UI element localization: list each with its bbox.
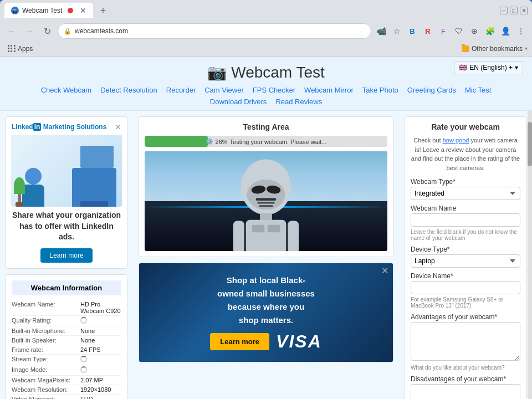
plant-leaves [14,177,25,194]
imagemode-spinner [80,366,87,373]
quality-spinner [80,317,87,324]
info-value-imagemode [80,366,87,374]
nav-read-reviews[interactable]: Read Reviews [275,98,322,106]
tab-close-button[interactable]: ✕ [80,6,86,15]
url-bar[interactable]: 🔒 webcamtests.com [58,23,371,39]
rate-desc: Check out how good your web camera is! L… [411,136,520,172]
webcam-name-input[interactable] [411,213,520,227]
address-bar: ← → ↻ 🔒 webcamtests.com 📹 ☆ B R F 🛡 ⊕ 🧩 … [0,21,532,41]
svg-rect-4 [256,198,276,201]
info-label-megapixels: Webcam MegaPixels: [12,377,78,383]
extension4-icon[interactable]: 🛡 [452,24,466,38]
ad2-learn-more-button[interactable]: Learn more [210,333,269,350]
monitor-base [80,201,108,207]
visa-logo: VISA [276,331,322,352]
nav-fps-checker[interactable]: FPS Checker [253,86,295,94]
menu-icon[interactable]: ⋮ [514,24,528,38]
progress-bar [145,136,208,147]
ad-image [11,135,122,207]
advantages-label: Advantages of your webcam* [411,313,520,321]
minimize-button[interactable]: ─ [500,7,508,14]
monitor-screen [80,146,114,168]
main-content: Testing Area ⚙️ 26% Testing your webcam.… [133,111,399,399]
advantages-textarea[interactable] [411,322,520,361]
language-selector[interactable]: 🇬🇧 EN (English) + ▾ [454,61,523,74]
active-tab[interactable]: 📷 Webcam Test ✕ [4,3,93,18]
rate-webcam-box: Rate your webcam Check out how good your… [405,116,526,399]
linkedin-logo: Linkedin Marketing Solutions [12,123,106,131]
stream-spinner [80,356,87,362]
device-name-input[interactable] [411,281,520,294]
nav-detect-resolution[interactable]: Detect Resolution [100,86,157,94]
reload-button[interactable]: ↻ [40,24,54,38]
back-button[interactable]: ← [4,24,19,38]
info-row-imagemode: Image Mode: [12,365,121,376]
rate-desc-link[interactable]: how good [443,137,469,144]
info-row-framerate: Frame rate: 24 FPS [12,345,121,355]
page-header: 📷 Webcam Test Check Webcam Detect Resolu… [0,57,532,111]
tab-bar: 📷 Webcam Test ✕ + [4,3,497,18]
person-head [25,168,42,185]
new-tab-button[interactable]: + [95,3,111,18]
video-icon[interactable]: 📹 [375,24,388,38]
disadvantages-textarea[interactable] [411,384,520,399]
info-label-imagemode: Image Mode: [12,366,78,374]
page-content: 🇬🇧 EN (English) + ▾ 📷 Webcam Test Check … [0,57,532,399]
extension5-icon[interactable]: ⊕ [468,24,481,38]
info-label-name: Webcam Name: [12,301,78,314]
star-icon[interactable]: ☆ [390,24,403,38]
profile-avatar[interactable]: 👤 [499,24,512,38]
ad-close-icon[interactable]: ✕ [115,122,121,131]
other-bookmarks-label: Other bookmarks [472,45,523,53]
apps-button[interactable]: Apps [4,44,36,54]
nav-cam-viewer[interactable]: Cam Viewer [204,86,244,94]
window-controls: ─ □ ✕ [500,7,528,14]
content-wrapper: Linkedin Marketing Solutions ✕ [0,111,532,399]
left-sidebar: Linkedin Marketing Solutions ✕ [0,111,133,399]
webcam-info-title: Webcam Information [12,280,121,295]
extension-icon[interactable]: B [406,24,419,38]
webcam-emoji-icon: 📷 [207,63,227,81]
info-value-videostandard: FHD [80,396,93,399]
info-label-videostandard: Video Standard: [12,396,78,399]
svg-rect-8 [246,220,287,251]
progress-message: Testing your webcam. Please wait... [230,138,327,145]
nav-check-webcam[interactable]: Check Webcam [41,86,92,94]
rate-title: Rate your webcam [411,122,520,131]
nav-take-photo[interactable]: Take Photo [362,86,398,94]
device-name-hint: For example Samsung Galaxy S8+ or MacBoo… [411,296,520,309]
forward-button[interactable]: → [22,24,37,38]
ad-header: Linkedin Marketing Solutions ✕ [12,122,121,131]
maximize-button[interactable]: □ [510,7,518,14]
url-text: webcamtests.com [75,27,128,35]
svg-rect-5 [258,202,275,204]
ad2-close-icon[interactable]: ✕ [381,265,388,276]
info-value-quality [80,317,87,325]
ad-learn-more-button[interactable]: Learn more [40,248,92,263]
extensions-icon[interactable]: 🧩 [483,24,497,38]
nav-download-drivers[interactable]: Download Drivers [210,98,267,106]
webcam-type-select[interactable]: Integrated External USB IP Camera [411,187,520,200]
svg-rect-9 [252,225,265,233]
info-row-videostandard: Video Standard: FHD [12,395,121,399]
nav-mic-test[interactable]: Mic Test [465,86,491,94]
other-bookmarks[interactable]: Other bookmarks ▾ [462,45,528,53]
stormtrooper-svg [211,157,321,251]
info-label-mic: Built-in Microphone: [12,328,78,334]
preview-frame [145,151,387,251]
svg-rect-12 [288,221,299,251]
testing-area: Testing Area ⚙️ 26% Testing your webcam.… [139,116,393,257]
nav-webcam-mirror[interactable]: Webcam Mirror [304,86,354,94]
webcam-name-label: Webcam Name [411,204,520,212]
nav-greeting-cards[interactable]: Greeting Cards [407,86,456,94]
info-row-name: Webcam Name: HD Pro Webcam C920 [12,300,121,316]
ad-content: Share what your organization has to offe… [12,135,121,263]
close-button[interactable]: ✕ [520,7,528,14]
extension2-icon[interactable]: R [421,24,434,38]
device-type-select[interactable]: Laptop Desktop Tablet Phone [411,254,520,268]
extension3-icon[interactable]: F [437,24,450,38]
webcam-info-box: Webcam Information Webcam Name: HD Pro W… [6,274,127,399]
lang-label: EN (English) + [469,64,513,71]
nav-recorder[interactable]: Recorder [166,86,196,94]
scroll-thumb[interactable] [528,122,532,166]
